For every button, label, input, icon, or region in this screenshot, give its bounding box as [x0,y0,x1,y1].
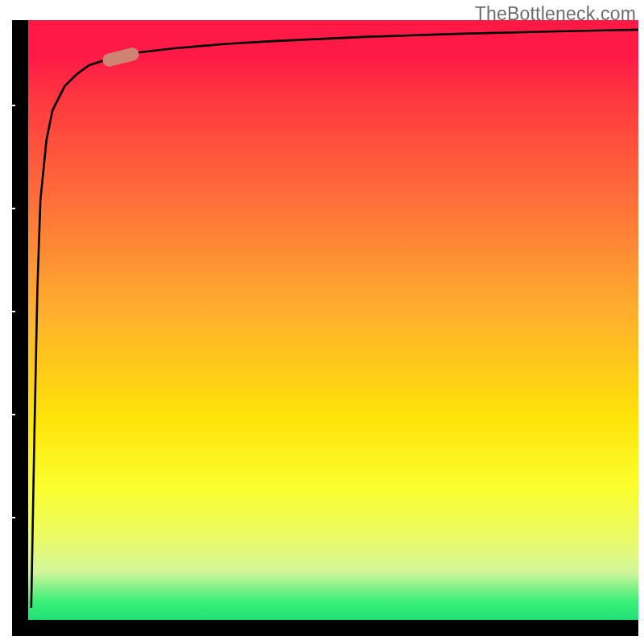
y-tick [12,105,15,106]
y-tick [12,311,15,312]
plot-area [28,20,638,620]
svg-rect-0 [101,47,141,68]
x-axis [12,620,638,636]
bottleneck-chart: TheBottleneck.com [0,0,644,644]
y-tick [12,414,15,415]
y-tick [12,517,15,518]
curve-layer [28,20,638,620]
bottleneck-curve [31,30,638,608]
y-axis [12,20,28,636]
highlight-marker [101,47,141,68]
attribution-label: TheBottleneck.com [475,3,636,25]
y-tick [12,208,15,209]
